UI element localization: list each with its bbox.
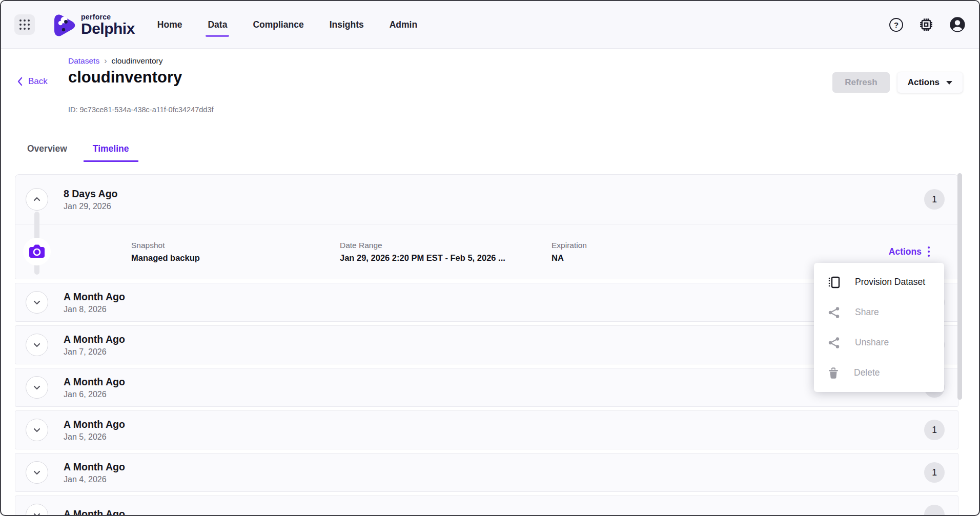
chevron-up-icon [31, 194, 43, 205]
main-nav: Home Data Compliance Insights Admin [156, 16, 418, 33]
group-count-badge: 1 [924, 462, 945, 483]
dataset-id: ID: 9c73ce81-534a-438c-a11f-0fc34247dd3f [68, 106, 214, 114]
top-navigation-bar: perforce Delphix Home Data Compliance In… [1, 1, 979, 49]
group-date: Jan 29, 2026 [64, 202, 117, 211]
actions-button-label: Actions [908, 77, 940, 88]
apps-grid-icon [19, 19, 30, 30]
timeline-group-row: A Month Ago Jan 4, 2026 1 [15, 453, 958, 492]
actions-dropdown-button[interactable]: Actions [897, 72, 963, 93]
breadcrumb-separator: › [104, 56, 107, 66]
nav-item-admin[interactable]: Admin [389, 16, 418, 33]
snapshot-actions-button[interactable]: Actions [889, 246, 930, 257]
group-title: A Month Ago [64, 508, 125, 516]
snapshot-actions-menu: Provision Dataset Share Unshare [814, 263, 944, 392]
group-count-badge: 1 [924, 189, 945, 210]
chevron-down-icon [31, 297, 43, 308]
chevron-down-icon [31, 382, 43, 393]
nav-item-compliance[interactable]: Compliance [252, 16, 304, 33]
menu-item-label: Delete [854, 367, 880, 378]
expand-group-button[interactable] [26, 291, 48, 314]
timeline-group-header: 8 Days Ago Jan 29, 2026 1 [15, 175, 958, 224]
event-range-value: Jan 29, 2026 2:20 PM EST - Feb 5, 2026 .… [340, 253, 552, 263]
vertical-scrollbar-thumb[interactable] [957, 173, 962, 400]
menu-item-label: Provision Dataset [855, 277, 925, 287]
menu-item-unshare[interactable]: Unshare [814, 327, 944, 358]
brand-product: Delphix [81, 21, 135, 36]
kebab-menu-icon [927, 246, 930, 257]
event-range-label: Date Range [340, 241, 552, 250]
chevron-down-icon [31, 424, 43, 436]
chevron-down-icon [31, 467, 43, 478]
chevron-down-icon [31, 509, 43, 516]
group-title: A Month Ago [64, 419, 125, 430]
menu-item-share[interactable]: Share [814, 297, 944, 327]
group-title: A Month Ago [64, 376, 125, 388]
nav-item-insights[interactable]: Insights [329, 16, 365, 33]
expand-group-button[interactable] [26, 504, 48, 516]
group-count-badge: 1 [924, 420, 945, 440]
chip-icon[interactable] [918, 17, 934, 32]
group-date: Jan 8, 2026 [64, 305, 125, 314]
back-button[interactable]: Back [16, 76, 48, 87]
group-date: Jan 5, 2026 [64, 432, 125, 442]
tab-timeline[interactable]: Timeline [84, 140, 138, 162]
group-title: 8 Days Ago [64, 188, 117, 200]
group-title: A Month Ago [64, 334, 125, 345]
app-window: perforce Delphix Home Data Compliance In… [0, 0, 980, 516]
tab-bar: Overview Timeline [18, 140, 138, 162]
breadcrumb-datasets-link[interactable]: Datasets [68, 56, 99, 66]
help-icon[interactable]: ? [889, 18, 903, 32]
expand-group-button[interactable] [26, 334, 48, 356]
snapshot-actions-label: Actions [889, 246, 922, 257]
expand-group-button[interactable] [26, 376, 48, 399]
back-label: Back [28, 76, 48, 87]
nav-item-data[interactable]: Data [207, 16, 228, 33]
collapse-group-button[interactable] [26, 188, 48, 211]
trash-icon [827, 366, 840, 380]
caret-down-icon [946, 81, 952, 85]
event-type-label: Snapshot [131, 241, 340, 250]
group-date: Jan 6, 2026 [64, 390, 125, 399]
breadcrumb: Datasets › cloudinventory [68, 56, 162, 66]
event-expiration-label: Expiration [552, 241, 587, 250]
group-title: A Month Ago [64, 461, 125, 473]
chevron-down-icon [31, 339, 43, 350]
menu-item-label: Share [855, 307, 879, 318]
brand-company: perforce [81, 13, 135, 20]
refresh-button[interactable]: Refresh [832, 72, 889, 93]
event-expiration-value: NA [552, 253, 587, 263]
breadcrumb-current: cloudinventory [112, 56, 163, 66]
brand-logo[interactable]: perforce Delphix [48, 10, 135, 39]
delphix-logo-icon [48, 10, 77, 39]
group-title: A Month Ago [64, 291, 125, 303]
group-date: Jan 7, 2026 [64, 347, 125, 357]
user-avatar-icon[interactable] [949, 16, 966, 33]
page-title: cloudinventory [68, 68, 182, 87]
apps-grid-button[interactable] [14, 14, 35, 35]
group-date: Jan 4, 2026 [64, 475, 125, 484]
share-icon [827, 336, 841, 349]
event-type-value: Managed backup [131, 253, 340, 263]
group-count-badge [924, 505, 945, 516]
timeline-group-row: A Month Ago Jan 5, 2026 1 [15, 410, 958, 449]
chevron-left-icon [16, 76, 24, 87]
timeline-group-row: A Month Ago [15, 496, 958, 516]
menu-item-label: Unshare [855, 337, 889, 348]
nav-item-home[interactable]: Home [156, 16, 183, 33]
provision-icon [827, 276, 841, 289]
expand-group-button[interactable] [26, 419, 48, 441]
share-icon [827, 306, 841, 319]
menu-item-delete[interactable]: Delete [814, 358, 944, 388]
menu-item-provision-dataset[interactable]: Provision Dataset [814, 267, 944, 297]
camera-icon [29, 244, 45, 259]
expand-group-button[interactable] [26, 461, 48, 484]
tab-overview[interactable]: Overview [18, 140, 76, 162]
